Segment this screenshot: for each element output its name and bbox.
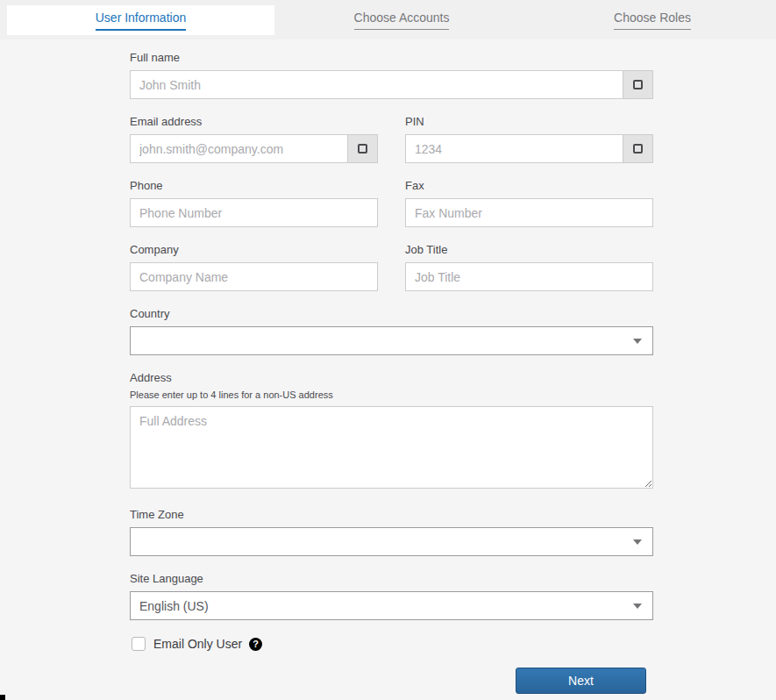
full-name-input[interactable] (130, 70, 623, 99)
tab-choose-accounts[interactable]: Choose Accounts (274, 5, 529, 35)
company-field-group: Company (130, 243, 378, 291)
artifact-mark (0, 695, 5, 700)
address-field-group: Address Please enter up to 4 lines for a… (130, 371, 653, 492)
time-zone-select[interactable] (130, 527, 653, 556)
job-title-input[interactable] (405, 262, 653, 291)
company-label: Company (130, 243, 378, 256)
tab-choose-roles-label: Choose Roles (614, 11, 691, 30)
country-select[interactable] (130, 326, 653, 355)
job-title-field-group: Job Title (405, 243, 653, 291)
question-mark-icon[interactable]: ? (249, 638, 262, 651)
square-outline-icon (633, 80, 643, 89)
chevron-down-icon (633, 539, 642, 545)
phone-label: Phone (130, 179, 378, 192)
step-tabbar: User Information Choose Accounts Choose … (0, 0, 776, 39)
chevron-down-icon (633, 339, 642, 344)
address-label: Address (130, 371, 653, 384)
email-only-user-row: Email Only User ? (132, 637, 653, 651)
pin-input[interactable] (405, 134, 623, 163)
full-name-field-group: Full name (130, 51, 653, 99)
fax-field-group: Fax (405, 179, 653, 227)
square-outline-icon (358, 144, 367, 154)
time-zone-field-group: Time Zone (130, 508, 653, 556)
fax-input[interactable] (405, 198, 653, 227)
job-title-label: Job Title (405, 243, 653, 256)
site-language-select-value: English (US) (139, 599, 209, 613)
pin-label: PIN (405, 115, 653, 128)
email-only-user-label: Email Only User (153, 637, 242, 651)
country-field-group: Country (130, 307, 653, 355)
time-zone-label: Time Zone (130, 508, 653, 521)
country-label: Country (130, 307, 653, 320)
tab-user-information[interactable]: User Information (7, 5, 274, 35)
site-language-label: Site Language (130, 572, 653, 585)
email-input[interactable] (130, 134, 348, 163)
phone-field-group: Phone (130, 179, 378, 227)
pin-field-group: PIN (405, 115, 653, 163)
user-information-form: Full name Email address PIN (130, 51, 653, 694)
address-hint: Please enter up to 4 lines for a non-US … (130, 389, 653, 400)
tab-choose-roles[interactable]: Choose Roles (529, 5, 776, 35)
pin-addon-button[interactable] (623, 134, 653, 163)
chevron-down-icon (633, 604, 642, 609)
company-input[interactable] (130, 262, 378, 291)
email-only-user-checkbox[interactable] (132, 637, 146, 651)
email-label: Email address (130, 115, 378, 128)
email-field-group: Email address (130, 115, 378, 163)
fax-label: Fax (405, 179, 653, 192)
phone-input[interactable] (130, 198, 378, 227)
email-addon-button[interactable] (348, 134, 378, 163)
square-outline-icon (633, 144, 643, 154)
next-button[interactable]: Next (516, 668, 646, 694)
tab-user-information-label: User Information (96, 11, 186, 31)
full-name-addon-button[interactable] (623, 70, 653, 99)
tab-choose-accounts-label: Choose Accounts (354, 11, 450, 30)
address-textarea[interactable] (130, 406, 653, 489)
site-language-select[interactable]: English (US) (130, 591, 653, 620)
form-actions: Next (130, 668, 653, 694)
site-language-field-group: Site Language English (US) (130, 572, 653, 620)
full-name-label: Full name (130, 51, 653, 64)
